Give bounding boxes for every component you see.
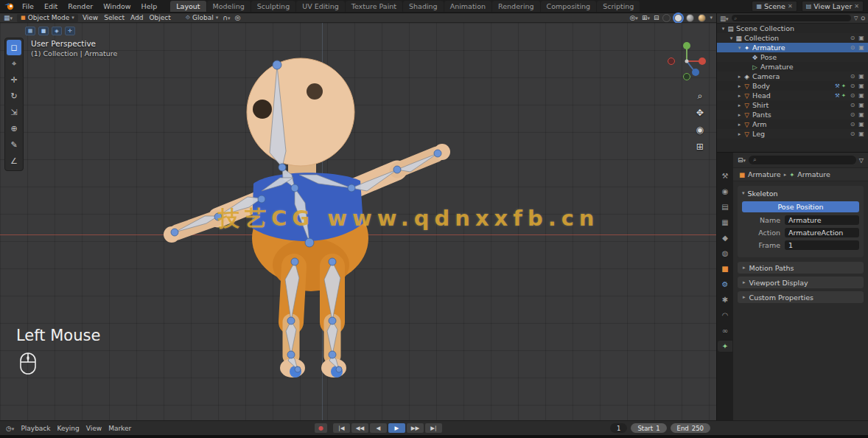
properties-tab-object[interactable]: ■	[718, 263, 732, 274]
object-icon[interactable]: ■	[38, 27, 49, 35]
menu-render[interactable]: Render	[63, 1, 97, 11]
scale-tool-icon[interactable]: ⇲	[7, 105, 21, 120]
expand-icon[interactable]: ▸	[736, 102, 743, 108]
shading-material-button[interactable]	[686, 14, 694, 22]
timeline-menu-marker[interactable]: Marker	[108, 425, 131, 432]
toggle-ortho-icon[interactable]: ⊞	[696, 142, 704, 152]
link-icon[interactable]: ◈	[52, 27, 62, 35]
cursor-tool-icon[interactable]: ⌖	[7, 56, 21, 72]
shading-rendered-button[interactable]	[698, 14, 706, 22]
viewport-menu-select[interactable]: Select	[104, 14, 125, 21]
auto-keying-record-button[interactable]: ●	[315, 423, 327, 433]
timeline-menu-view[interactable]: View	[86, 425, 102, 432]
expand-icon[interactable]: ▸	[736, 93, 743, 99]
outliner-row-arm[interactable]: ▸▽Arm⊙▣	[717, 119, 868, 129]
tab-rendering[interactable]: Rendering	[492, 1, 540, 12]
shading-solid-button[interactable]	[674, 14, 682, 22]
tab-layout[interactable]: Layout	[170, 1, 206, 12]
disable-render-icon[interactable]: ▣	[857, 92, 866, 99]
menu-help[interactable]: Help	[137, 1, 162, 11]
view-layer-selector[interactable]: ▤ View Layer ✕	[802, 1, 864, 12]
outliner-search-input[interactable]: ⌕	[732, 15, 851, 21]
disable-render-icon[interactable]: ▣	[857, 121, 866, 128]
scene-selector[interactable]: ▦ Scene ✕	[752, 1, 797, 12]
expand-icon[interactable]: ▾	[728, 35, 735, 41]
properties-tab-object-data[interactable]: ✦	[718, 341, 732, 352]
outliner-row-shirt[interactable]: ▸▽Shirt⊙▣	[717, 100, 868, 110]
zoom-icon[interactable]: ⌕	[696, 91, 704, 101]
hide-eye-icon[interactable]: ⊙	[848, 121, 857, 128]
tab-compositing[interactable]: Compositing	[541, 1, 597, 12]
properties-search-input[interactable]: ⌕	[749, 156, 856, 164]
properties-tab-render[interactable]: ◉	[718, 186, 732, 197]
tab-uv-editing[interactable]: UV Editing	[296, 1, 345, 12]
disable-render-icon[interactable]: ▣	[857, 44, 866, 51]
measure-tool-icon[interactable]: ∠	[7, 153, 21, 169]
frame-end-field[interactable]: End 250	[671, 423, 710, 433]
disable-render-icon[interactable]: ▣	[857, 111, 866, 118]
properties-tab-tool[interactable]: ⚒	[718, 170, 732, 181]
section-custom-properties[interactable]: ▸Custom Properties	[738, 291, 864, 303]
timeline-menu-keying[interactable]: Keying	[57, 425, 80, 432]
jump-to-next-keyframe-button[interactable]: ▶▶	[407, 423, 424, 433]
outliner-row-pose[interactable]: ✥Pose	[717, 52, 868, 62]
editor-type-icon[interactable]: ⊟▾	[738, 156, 746, 164]
play-reverse-button[interactable]: ◀	[370, 423, 387, 433]
expand-icon[interactable]: ▾	[736, 45, 743, 51]
properties-tab-view-layer[interactable]: ▦	[718, 217, 732, 228]
filter-icon[interactable]: ▽	[859, 157, 864, 164]
proportional-editing-icon[interactable]: ◎	[234, 14, 240, 21]
menu-window[interactable]: Window	[99, 1, 135, 11]
disable-render-icon[interactable]: ▣	[857, 131, 866, 137]
tab-texture-paint[interactable]: Texture Paint	[346, 1, 402, 12]
frame-start-field[interactable]: Start 1	[631, 423, 666, 433]
section-motion-paths[interactable]: ▸Motion Paths	[738, 262, 864, 274]
properties-tab-constraints[interactable]: ∞	[718, 325, 732, 336]
outliner-row-armature[interactable]: ▾✦Armature⊙▣	[717, 43, 868, 52]
timeline-menu-playback[interactable]: Playback	[21, 425, 50, 432]
navigation-gizmo[interactable]	[666, 41, 707, 85]
overlays-icon[interactable]: ⊞▾	[642, 14, 650, 21]
current-frame-field[interactable]: 1	[610, 423, 627, 433]
expand-icon[interactable]: ▸	[736, 74, 743, 80]
outliner-row-leg[interactable]: ▸▽Leg⊙▣	[717, 129, 868, 139]
field-value-input[interactable]: Armature	[785, 215, 859, 225]
viewport-menu-object[interactable]: Object	[149, 14, 170, 21]
hide-eye-icon[interactable]: ⊙	[848, 111, 857, 118]
move-view-icon[interactable]: ✥	[696, 108, 704, 118]
xray-toggle-icon[interactable]: ⊟	[654, 14, 659, 21]
hide-eye-icon[interactable]: ⊙	[848, 73, 857, 80]
collection-icon[interactable]: ▦	[25, 27, 35, 35]
expand-icon[interactable]: ▸	[736, 122, 743, 128]
pin-icon[interactable]: ✛	[65, 27, 75, 35]
properties-tab-modifiers[interactable]: ⚙	[718, 279, 732, 290]
outliner-row-collection[interactable]: ▾▦Collection⊙▣	[717, 33, 868, 43]
field-value-input[interactable]: ArmatureAction	[785, 228, 859, 237]
jump-to-end-button[interactable]: ▶|	[425, 423, 442, 433]
viewport-menu-view[interactable]: View	[83, 14, 98, 21]
viewport-menu-add[interactable]: Add	[130, 14, 143, 21]
expand-icon[interactable]: ▸	[736, 83, 743, 89]
close-icon[interactable]: ✕	[854, 3, 859, 10]
editor-type-icon[interactable]: ▥▾	[720, 15, 729, 22]
outliner-row-armature[interactable]: ▷Armature	[717, 62, 868, 72]
jump-to-start-button[interactable]: |◀	[333, 423, 350, 433]
properties-tab-output[interactable]: ▤	[718, 201, 732, 212]
disable-render-icon[interactable]: ▣	[857, 102, 866, 108]
hide-eye-icon[interactable]: ⊙	[848, 35, 857, 41]
menu-file[interactable]: File	[18, 1, 38, 11]
breadcrumb-object[interactable]: Armature	[748, 170, 781, 178]
hide-eye-icon[interactable]: ⊙	[848, 92, 857, 99]
annotate-tool-icon[interactable]: ✎	[7, 137, 21, 153]
tab-animation[interactable]: Animation	[444, 1, 491, 12]
editor-type-icon[interactable]: ▦▾	[4, 14, 13, 21]
snap-magnet-icon[interactable]: ∩▾	[223, 14, 230, 21]
tab-sculpting[interactable]: Sculpting	[251, 1, 295, 12]
field-value-input[interactable]: 1	[785, 240, 859, 250]
outliner-options-icon[interactable]: ⛭	[861, 15, 865, 21]
camera-view-icon[interactable]: ◉	[696, 125, 704, 135]
panel-header[interactable]: ▾ Skeleton	[742, 188, 859, 198]
outliner-row-pants[interactable]: ▸▽Pants⊙▣	[717, 110, 868, 119]
disable-render-icon[interactable]: ▣	[857, 35, 866, 41]
hide-eye-icon[interactable]: ⊙	[848, 44, 857, 51]
